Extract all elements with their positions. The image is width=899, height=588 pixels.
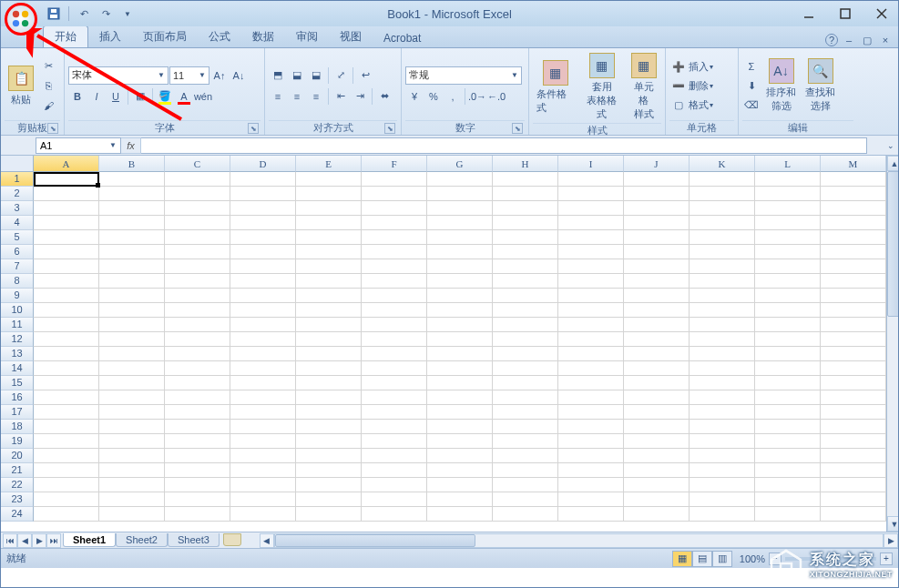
cell[interactable]	[624, 274, 690, 289]
tab-last-icon[interactable]: ⏭	[46, 533, 61, 548]
cell[interactable]	[755, 463, 821, 478]
cell[interactable]	[165, 259, 230, 274]
row-header[interactable]: 2	[1, 187, 34, 201]
comma-icon[interactable]: ,	[444, 87, 462, 106]
cell[interactable]	[493, 230, 558, 245]
cell[interactable]	[755, 420, 821, 434]
tab-prev-icon[interactable]: ◀	[17, 533, 32, 548]
cell[interactable]	[296, 274, 362, 289]
cell[interactable]	[558, 318, 624, 332]
cell[interactable]	[165, 463, 230, 478]
cell[interactable]	[230, 478, 296, 492]
cell[interactable]	[624, 259, 690, 274]
cell[interactable]	[34, 434, 99, 449]
wrap-text-icon[interactable]: ↩	[356, 66, 374, 85]
cell[interactable]	[34, 201, 99, 216]
cell[interactable]	[558, 434, 624, 449]
cell[interactable]	[362, 187, 427, 201]
cell[interactable]	[493, 492, 558, 507]
cell[interactable]	[99, 420, 165, 434]
page-layout-view-icon[interactable]: ▤	[692, 551, 712, 567]
save-icon[interactable]	[45, 5, 63, 23]
cell[interactable]	[165, 507, 230, 522]
cell[interactable]	[755, 361, 821, 376]
cell[interactable]	[493, 507, 558, 522]
cell[interactable]	[558, 245, 624, 259]
clipboard-launcher[interactable]: ⬊	[47, 123, 58, 134]
cell[interactable]	[755, 434, 821, 449]
bold-button[interactable]: B	[68, 87, 87, 106]
column-header[interactable]: L	[755, 156, 821, 172]
qat-customize-icon[interactable]: ▼	[118, 5, 137, 23]
cell[interactable]	[99, 274, 165, 289]
cell[interactable]	[34, 245, 99, 259]
row-header[interactable]: 7	[1, 259, 34, 274]
cell[interactable]	[296, 216, 362, 230]
cell[interactable]	[99, 492, 165, 507]
cell[interactable]	[427, 463, 493, 478]
tab-first-icon[interactable]: ⏮	[3, 533, 17, 548]
cell[interactable]	[558, 420, 624, 434]
cell[interactable]	[296, 259, 362, 274]
cell[interactable]	[34, 332, 99, 347]
office-button[interactable]	[5, 3, 37, 35]
cell[interactable]	[427, 420, 493, 434]
cell[interactable]	[558, 259, 624, 274]
cell[interactable]	[755, 172, 821, 187]
cell[interactable]	[34, 376, 99, 390]
expand-formula-icon[interactable]: ⌄	[884, 141, 898, 150]
cell[interactable]	[362, 492, 427, 507]
cell[interactable]	[821, 245, 886, 259]
cell[interactable]	[493, 274, 558, 289]
cell[interactable]	[230, 449, 296, 463]
cell[interactable]	[362, 463, 427, 478]
cell[interactable]	[34, 230, 99, 245]
row-header[interactable]: 13	[1, 347, 34, 361]
select-all-corner[interactable]	[1, 156, 34, 172]
align-middle-icon[interactable]: ⬓	[288, 66, 306, 85]
cell[interactable]	[821, 420, 886, 434]
tab-acrobat[interactable]: Acrobat	[373, 29, 432, 47]
cell[interactable]	[427, 347, 493, 361]
cell[interactable]	[230, 420, 296, 434]
cell[interactable]	[99, 289, 165, 303]
cell[interactable]	[755, 289, 821, 303]
vscroll-thumb[interactable]	[887, 171, 899, 317]
cell[interactable]	[690, 361, 755, 376]
column-header[interactable]: F	[362, 156, 427, 172]
cell[interactable]	[821, 434, 886, 449]
cell[interactable]	[99, 507, 165, 522]
cell[interactable]	[296, 478, 362, 492]
cell[interactable]	[624, 361, 690, 376]
cell[interactable]	[427, 361, 493, 376]
cell[interactable]	[755, 216, 821, 230]
row-header[interactable]: 23	[1, 492, 34, 507]
cell[interactable]	[493, 303, 558, 318]
cell[interactable]	[427, 405, 493, 420]
cell[interactable]	[165, 347, 230, 361]
cell[interactable]	[690, 216, 755, 230]
cut-icon[interactable]: ✂	[39, 56, 57, 75]
row-header[interactable]: 19	[1, 434, 34, 449]
cell[interactable]	[165, 318, 230, 332]
cell[interactable]	[362, 172, 427, 187]
cell[interactable]	[99, 478, 165, 492]
cell[interactable]	[624, 390, 690, 405]
cell[interactable]	[427, 332, 493, 347]
cell[interactable]	[362, 361, 427, 376]
cell[interactable]	[624, 420, 690, 434]
cell[interactable]	[165, 434, 230, 449]
cell[interactable]	[230, 172, 296, 187]
cell[interactable]	[34, 347, 99, 361]
maximize-button[interactable]	[833, 5, 858, 23]
cell[interactable]	[165, 478, 230, 492]
row-header[interactable]: 6	[1, 245, 34, 259]
doc-restore-icon[interactable]: ▢	[860, 33, 874, 47]
cell[interactable]	[690, 376, 755, 390]
cell[interactable]	[690, 259, 755, 274]
italic-button[interactable]: I	[87, 87, 106, 106]
cell[interactable]	[427, 259, 493, 274]
horizontal-scrollbar[interactable]: ◀ ▶	[260, 533, 898, 548]
cell[interactable]	[230, 405, 296, 420]
cell[interactable]	[624, 463, 690, 478]
